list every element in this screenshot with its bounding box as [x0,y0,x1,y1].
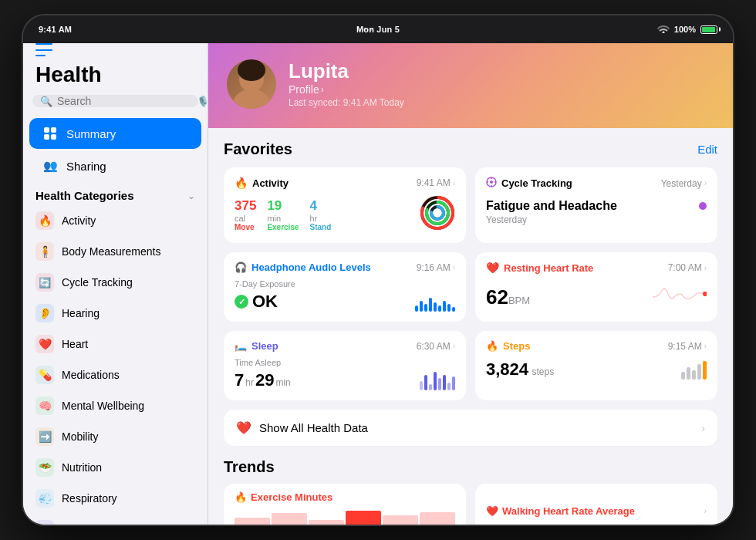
sidebar-toggle-icon[interactable] [35,43,52,56]
sleep-card-header: 🛏️ Sleep 6:30 AM › [235,340,455,352]
sleep-card[interactable]: 🛏️ Sleep 6:30 AM › Time Asleep [224,331,466,400]
exercise-trend-bar [272,513,307,525]
show-all-label: Show All Health Data [259,421,694,434]
sidebar-item-mobility[interactable]: ➡️ Mobility [23,421,208,452]
battery-percent: 100% [674,25,696,34]
steps-values: 3,824 steps [486,359,554,380]
status-right-group: 100% [657,24,717,35]
stand-unit: hr [310,214,332,223]
sidebar-item-activity[interactable]: 🔥 Activity [23,205,208,236]
exercise-trend-label: 🔥 Exercise Minutes [235,491,455,503]
bpm-unit: BPM [508,295,530,306]
exercise-trend-bars [235,509,455,525]
cycle-tracking-card[interactable]: Cycle Tracking Yesterday › Fatigue and H… [475,167,717,243]
hp-bar-8 [447,304,451,312]
exercise-trend-bar [235,518,270,525]
sleep-bar-8 [452,376,455,390]
cycle-chevron-icon: › [704,179,707,187]
show-all-health-row[interactable]: ❤️ Show All Health Data › [224,410,717,446]
svg-point-19 [703,292,707,296]
status-bar: 9:41 AM Mon Jun 5 100% [23,15,733,43]
sidebar-item-respiratory[interactable]: 💨 Respiratory [23,483,208,514]
exercise-minutes-trend[interactable]: 🔥 Exercise Minutes [224,484,466,525]
sleep-bars [420,369,455,390]
search-input[interactable] [57,95,192,107]
hearing-label: Hearing [62,307,100,319]
resting-hr-card[interactable]: ❤️ Resting Heart Rate 7:00 AM › 62BPM [475,252,717,322]
profile-name: Lupita [289,60,404,83]
sidebar-item-medications[interactable]: 💊 Medications [23,359,208,390]
cycle-icon-svg [486,177,497,187]
headphone-card-body: 7-Day Exposure ✓ OK [235,279,455,312]
headphone-bars [415,290,455,312]
show-all-chevron-icon: › [701,422,705,434]
exercise-trend-content: 🔥 Exercise Minutes [235,491,455,525]
sidebar-item-cycle-tracking[interactable]: 🔄 Cycle Tracking [23,267,208,298]
move-label: Move [235,223,256,231]
main-content: Lupita Profile › Last synced: 9:41 AM To… [208,43,733,525]
search-icon: 🔍 [40,96,52,107]
exercise-trend-bar [346,511,381,525]
sidebar-item-body-measurements[interactable]: 🧍 Body Measurements [23,236,208,267]
ok-check-icon: ✓ [235,295,248,309]
activity-card[interactable]: 🔥 Activity 9:41 AM › 375 [224,167,466,243]
headphone-info: 7-Day Exposure ✓ OK [235,279,295,312]
sleep-hr-unit: hr [245,377,254,388]
sidebar-item-mental-wellbeing[interactable]: 🧠 Mental Wellbeing [23,390,208,421]
sidebar-item-sharing[interactable]: 👥 Sharing [29,150,201,181]
ipad-screen: Health 🔍 🎙️ Summary 👥 [23,43,733,525]
steps-bar-5 [703,361,707,380]
walking-hr-label: ❤️ Walking Heart Rate Average [486,505,704,517]
status-day: Mon Jun 5 [356,25,400,34]
cycle-card-body: Fatigue and Headache Yesterday [486,199,707,225]
sidebar-item-sharing-label: Sharing [66,160,106,173]
profile-link[interactable]: Profile › [289,83,404,96]
categories-chevron-icon[interactable]: ⌄ [187,191,195,201]
cycle-tracking-label: Cycle Tracking [62,276,133,289]
sleep-bar-5 [438,378,441,390]
activity-card-body: 375 cal Move 19 min Exercise [235,195,455,234]
activity-rings-svg [420,195,455,231]
wifi-icon [657,24,670,35]
cycle-symptom-date: Yesterday [486,214,617,225]
walking-hr-trend[interactable]: ❤️ Walking Heart Rate Average › [475,484,717,525]
headphone-card[interactable]: 🎧 Headphone Audio Levels 9:16 AM › 7-Day… [224,252,466,322]
ipad-frame: 9:41 AM Mon Jun 5 100% [23,15,733,525]
sidebar-item-nutrition[interactable]: 🥗 Nutrition [23,452,208,483]
sidebar-item-hearing[interactable]: 👂 Hearing [23,298,208,329]
steps-bar-2 [687,367,690,380]
cycle-info: Fatigue and Headache Yesterday [486,199,617,225]
sleep-time-display: 7 hr 29 min [235,370,291,390]
exercise-trend-bar [383,515,418,525]
activity-card-icon: 🔥 [235,177,248,189]
edit-button[interactable]: Edit [697,143,717,156]
svg-rect-3 [51,134,56,140]
sidebar-item-heart[interactable]: ❤️ Heart [23,329,208,359]
sidebar-toolbar [23,43,208,56]
hp-bar-5 [434,302,437,312]
cycle-card-icon [486,177,497,190]
resting-hr-title: ❤️ Resting Heart Rate [486,262,593,274]
medications-label: Medications [62,369,120,381]
steps-card[interactable]: 🔥 Steps 9:15 AM › 3,824 steps [475,331,717,400]
sleep-sub-label: Time Asleep [235,358,291,367]
sidebar-item-sleep[interactable]: 🛏️ Sleep [23,514,208,525]
stand-label: Stand [310,223,332,231]
resting-hr-chevron-icon: › [704,264,707,272]
sidebar-item-summary[interactable]: Summary [29,118,201,149]
search-bar[interactable]: 🔍 🎙️ [32,95,198,107]
profile-header: Lupita Profile › Last synced: 9:41 AM To… [208,43,733,128]
mic-icon[interactable]: 🎙️ [197,96,208,107]
sleep-bar-2 [424,375,427,390]
exercise-stat: 19 min Exercise [267,198,299,231]
move-stat: 375 cal Move [235,198,256,231]
activity-rings [420,195,455,234]
avatar[interactable] [227,59,276,109]
trends-title: Trends [224,458,717,476]
headphone-chevron-icon: › [453,263,455,272]
hp-bar-7 [443,301,446,312]
respiratory-label: Respiratory [62,492,117,505]
stand-val: 4 [310,198,332,214]
headphone-card-title: 🎧 Headphone Audio Levels [235,262,371,273]
sleep-icon: 🛏️ [35,520,54,525]
